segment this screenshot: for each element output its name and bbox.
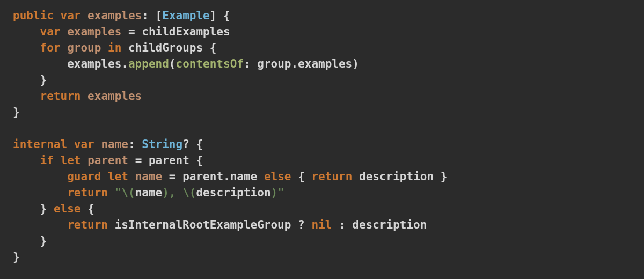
keyword-let: let [61, 154, 81, 167]
code-line: return examples [13, 90, 142, 102]
keyword-let: let [108, 170, 128, 183]
code-line: } [13, 251, 20, 263]
identifier: parent [149, 154, 189, 167]
keyword-for: for [40, 41, 61, 54]
local-var: examples [67, 25, 121, 38]
keyword-if: if [40, 154, 54, 167]
code-line: guard let name = parent.name else { retu… [13, 170, 447, 183]
property-name: examples [87, 9, 142, 22]
code-block: public var examples: [Example] { var exa… [0, 0, 644, 265]
string-literal: "\(name), \(description)" [115, 186, 284, 199]
identifier: childGroups [128, 41, 203, 54]
identifier: examples [298, 57, 352, 70]
local-var: name [135, 170, 163, 183]
identifier: childExamples [142, 25, 230, 38]
keyword-else: else [54, 202, 81, 215]
code-line: } else { [13, 202, 94, 215]
method-append: append [128, 57, 169, 70]
code-line: internal var name: String? { [13, 138, 203, 151]
keyword-in: in [108, 41, 121, 54]
loop-var: group [67, 41, 101, 54]
code-line: return isInternalRootExampleGroup ? nil … [13, 218, 427, 231]
identifier: parent [182, 170, 223, 183]
keyword-return: return [67, 186, 108, 199]
type-string: String [142, 138, 182, 151]
keyword-return: return [67, 218, 108, 231]
code-line: } [13, 106, 20, 119]
identifier: examples [67, 57, 121, 70]
code-line: if let parent = parent { [13, 154, 203, 167]
local-var: parent [87, 154, 128, 167]
keyword-internal: internal [13, 138, 67, 151]
property-name: name [101, 138, 128, 151]
keyword-else: else [264, 170, 291, 183]
code-line: for group in childGroups { [13, 41, 216, 54]
code-line: return "\(name), \(description)" [13, 186, 284, 199]
keyword-guard: guard [67, 170, 101, 183]
code-line: var examples = childExamples [13, 25, 230, 38]
keyword-nil: nil [311, 218, 332, 231]
arg-label: contentsOf [175, 57, 243, 70]
code-line: } [13, 234, 47, 247]
code-line: examples.append(contentsOf: group.exampl… [13, 57, 359, 70]
identifier: isInternalRootExampleGroup [115, 218, 291, 231]
identifier: description [352, 218, 427, 231]
code-line: public var examples: [Example] { [13, 9, 230, 22]
keyword-return: return [40, 90, 81, 102]
identifier: examples [87, 90, 142, 102]
keyword-var: var [74, 138, 94, 151]
identifier: group [257, 57, 291, 70]
keyword-var: var [40, 25, 61, 38]
type-example: Example [162, 9, 210, 22]
keyword-return: return [311, 170, 352, 183]
keyword-public: public [13, 9, 54, 22]
identifier: name [230, 170, 258, 183]
keyword-var: var [61, 9, 81, 22]
identifier: description [359, 170, 434, 183]
code-line: } [13, 74, 47, 86]
